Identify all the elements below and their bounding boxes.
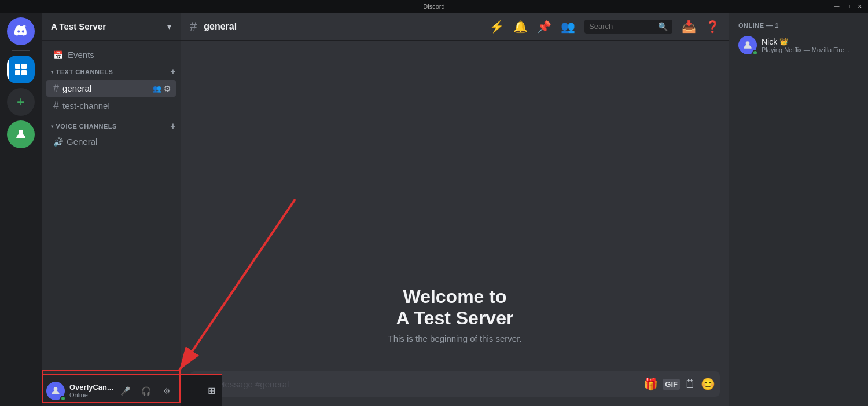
user-controls: 🎤 🎧 ⚙ [116, 382, 176, 400]
pin-icon[interactable]: 📌 [537, 20, 551, 34]
server-list: + [0, 13, 42, 406]
add-member-icon[interactable]: 👥 [153, 85, 161, 93]
channel-name-general: general [62, 83, 153, 93]
server-active-indicator [7, 58, 9, 81]
member-status-dot-nick [752, 50, 758, 56]
svg-point-0 [19, 130, 23, 134]
add-text-channel-button[interactable]: + [170, 67, 176, 77]
channel-item-general[interactable]: # general 👥 ⚙ [46, 80, 176, 97]
titlebar-controls: — □ ✕ [833, 3, 863, 10]
channel-list: 📅 Events ▾ TEXT CHANNELS + # general 👥 ⚙ [42, 41, 181, 375]
channel-sidebar: A Test Server ▾ 📅 Events ▾ TEXT CHANNELS… [42, 13, 181, 406]
emoji-icon[interactable]: 😊 [701, 377, 715, 391]
text-channels-label: TEXT CHANNELS [56, 68, 171, 75]
user-avatar [46, 382, 65, 400]
text-channels-arrow-icon: ▾ [51, 70, 54, 75]
channel-header-name: general [204, 21, 485, 32]
text-channels-section: ▾ TEXT CHANNELS + # general 👥 ⚙ # tes [42, 64, 181, 114]
server-icon-green[interactable] [7, 120, 35, 148]
channel-actions-general: 👥 ⚙ [153, 84, 171, 93]
calendar-icon: 📅 [53, 50, 63, 60]
app-body: + A Test Server ▾ 📅 Events ▾ [0, 13, 868, 406]
minimize-button[interactable]: — [833, 3, 840, 10]
deafen-button[interactable]: 🎧 [137, 382, 155, 400]
close-button[interactable]: ✕ [856, 3, 863, 10]
member-item-nick[interactable]: Nick 👑 Playing Netflix — Mozilla Fire... [734, 34, 863, 57]
server-name: A Test Server [51, 21, 167, 31]
windows-quad-3 [15, 70, 20, 75]
user-name: OverlyCan... [69, 383, 116, 392]
members-section-title: ONLINE — 1 [734, 22, 863, 29]
settings-icon[interactable]: ⚙ [164, 84, 171, 93]
user-info: OverlyCan... Online [69, 383, 116, 398]
mute-button[interactable]: 🎤 [116, 382, 134, 400]
voice-channels-category[interactable]: ▾ VOICE CHANNELS + [42, 119, 181, 134]
add-voice-channel-button[interactable]: + [170, 121, 176, 131]
search-icon: 🔍 [658, 22, 668, 31]
member-info-nick: Nick 👑 Playing Netflix — Mozilla Fire... [762, 37, 859, 53]
server-icon-discord-home[interactable] [7, 17, 35, 45]
sticker-icon[interactable]: 🗒 [685, 378, 696, 391]
search-bar[interactable]: 🔍 [584, 20, 672, 34]
welcome-message: Welcome to A Test Server This is the beg… [190, 268, 720, 362]
welcome-title-line1: Welcome to [403, 286, 507, 307]
gift-icon[interactable]: 🎁 [643, 377, 658, 391]
messages-area: Welcome to A Test Server This is the beg… [181, 41, 729, 371]
bell-icon[interactable]: 🔔 [513, 20, 528, 34]
main-content: # general ⚡ 🔔 📌 👥 🔍 📥 ❓ Welcome to A [181, 13, 729, 406]
windows-quad-1 [15, 64, 20, 69]
user-status-dot [60, 396, 66, 401]
windows-logo [13, 61, 29, 78]
member-avatar-nick [738, 36, 757, 54]
server-icon-windows[interactable] [7, 56, 35, 83]
voice-channel-name-general: General [67, 137, 171, 147]
titlebar: Discord — □ ✕ [0, 0, 868, 13]
member-activity-nick: Playing Netflix — Mozilla Fire... [762, 46, 859, 53]
speaker-icon: 🔊 [53, 137, 63, 147]
user-panel: OverlyCan... Online 🎤 🎧 ⚙ [42, 375, 181, 406]
voice-channels-section: ▾ VOICE CHANNELS + 🔊 General [42, 119, 181, 149]
windows-quad-4 [21, 70, 27, 75]
channel-header: # general ⚡ 🔔 📌 👥 🔍 📥 ❓ [181, 13, 729, 41]
voice-channels-arrow-icon: ▾ [51, 124, 54, 129]
server-list-divider [12, 50, 30, 51]
threads-icon[interactable]: ⚡ [490, 20, 504, 34]
message-tools: 🎁 GIF 🗒 😊 [643, 377, 715, 391]
activity-action-button[interactable]: ⊞ [205, 383, 218, 398]
inbox-icon[interactable]: 📥 [682, 20, 696, 34]
welcome-title: Welcome to A Test Server [199, 286, 711, 329]
user-status: Online [69, 392, 116, 398]
channel-item-voice-general[interactable]: 🔊 General [46, 134, 176, 149]
server-chevron-icon: ▾ [167, 22, 171, 31]
crown-icon: 👑 [779, 38, 788, 46]
members-icon[interactable]: 👥 [561, 20, 575, 34]
events-item[interactable]: 📅 Events [46, 46, 176, 63]
member-name-nick: Nick 👑 [762, 37, 859, 46]
channel-header-hash-icon: # [190, 19, 197, 34]
message-input-inner: + 🎁 GIF 🗒 😊 [190, 371, 720, 397]
windows-quad-2 [21, 64, 27, 69]
server-icon-add[interactable]: + [7, 88, 35, 116]
voice-channels-label: VOICE CHANNELS [56, 123, 171, 130]
welcome-title-line2: A Test Server [396, 308, 514, 328]
members-sidebar: ONLINE — 1 Nick 👑 Playing Netflix — Mozi… [729, 13, 868, 406]
text-channels-category[interactable]: ▾ TEXT CHANNELS + [42, 64, 181, 79]
message-input-bar: + 🎁 GIF 🗒 😊 [181, 371, 729, 406]
maximize-button[interactable]: □ [845, 3, 852, 10]
server-header[interactable]: A Test Server ▾ [42, 13, 181, 41]
svg-point-1 [54, 387, 58, 391]
welcome-subtitle: This is the beginning of this server. [199, 334, 711, 343]
user-settings-button[interactable]: ⚙ [157, 382, 176, 400]
search-input[interactable] [589, 22, 656, 31]
events-label: Events [68, 50, 94, 60]
hash-icon-general: # [53, 82, 59, 94]
titlebar-title: Discord [423, 3, 444, 10]
message-input[interactable] [218, 379, 639, 389]
help-icon[interactable]: ❓ [705, 20, 720, 34]
gif-icon[interactable]: GIF [663, 379, 680, 390]
hash-icon-test: # [53, 100, 59, 112]
svg-point-3 [746, 41, 750, 45]
channel-name-test: test-channel [62, 101, 171, 111]
channel-item-test-channel[interactable]: # test-channel [46, 97, 176, 114]
header-actions: ⚡ 🔔 📌 👥 🔍 📥 ❓ [490, 20, 720, 34]
